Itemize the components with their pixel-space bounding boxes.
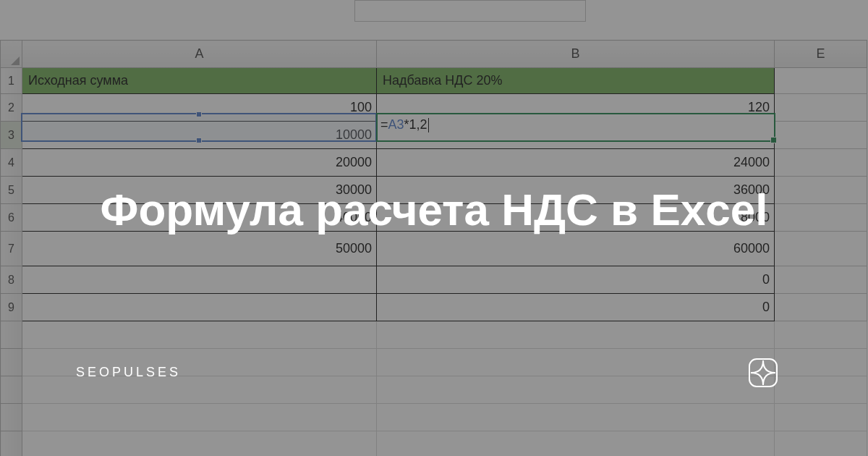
title-overlay: Формула расчета НДС в Excel SEOPULSES — [0, 0, 868, 456]
overlay-title: Формула расчета НДС в Excel — [101, 185, 768, 235]
overlay-brand: SEOPULSES — [76, 365, 181, 380]
zen-star-icon — [749, 358, 778, 387]
